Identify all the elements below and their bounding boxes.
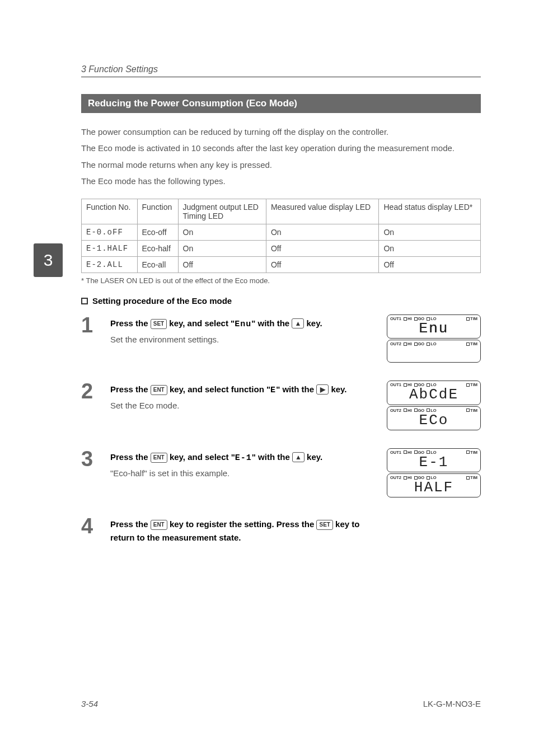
lcd-segment: ECo bbox=[387, 413, 480, 430]
cell: On bbox=[379, 241, 481, 257]
t: Press the bbox=[110, 318, 151, 328]
l: HI bbox=[407, 316, 412, 321]
l: TIM bbox=[470, 382, 477, 387]
l: GO bbox=[418, 341, 425, 346]
step-4: 4 Press the ENT key to register the sett… bbox=[81, 515, 481, 544]
lcd-out1: OUT1 HI GO LO TIM Enu bbox=[387, 314, 481, 339]
up-arrow-key: ▲ bbox=[292, 318, 304, 328]
t: key, and select " bbox=[167, 318, 235, 328]
th-measured: Measured value display LED bbox=[266, 199, 379, 224]
code: E bbox=[270, 386, 276, 395]
t: key to register the setting. Press the bbox=[167, 519, 317, 529]
intro-p3: The normal mode returns when any key is … bbox=[81, 158, 481, 171]
t: " with the bbox=[251, 318, 292, 328]
lcd-display: OUT1 HI GO LO TIM AbCdE OUT2 HI GO LO TI… bbox=[387, 381, 481, 431]
l: HI bbox=[407, 450, 412, 455]
lcd-out-label: OUT1 bbox=[390, 450, 401, 455]
lcd-out1: OUT1 HI GO LO TIM AbCdE bbox=[387, 381, 481, 405]
lcd-labels: OUT2 HI GO LO TIM bbox=[387, 340, 480, 346]
intro-p2: The Eco mode is activated in 10 seconds … bbox=[81, 142, 481, 154]
set-key: SET bbox=[316, 520, 332, 530]
l: TIM bbox=[470, 450, 477, 455]
page-number: 3-54 bbox=[81, 699, 98, 708]
l: TIM bbox=[470, 475, 477, 480]
page-content: 3 Function Settings Reducing the Power C… bbox=[0, 0, 534, 544]
th-head-status: Head status display LED* bbox=[379, 199, 481, 224]
code: Enu bbox=[235, 320, 251, 329]
intro-p4: The Eco mode has the following types. bbox=[81, 175, 481, 187]
l: HI bbox=[407, 341, 412, 346]
step-number: 4 bbox=[81, 515, 100, 537]
lcd-display: OUT1 HI GO LO TIM E-1 OUT2 HI GO LO TIM bbox=[387, 448, 481, 499]
doc-id: LK-G-M-NO3-E bbox=[423, 699, 481, 708]
lcd-out-label: OUT1 bbox=[390, 316, 401, 321]
cell: E-0.oFF bbox=[82, 224, 138, 241]
l: TIM bbox=[470, 316, 477, 321]
l: LO bbox=[430, 341, 436, 346]
code: E-1 bbox=[235, 453, 252, 463]
t: Press the bbox=[110, 384, 151, 394]
t: key. bbox=[329, 384, 346, 394]
ent-key: ENT bbox=[151, 453, 167, 463]
lcd-out-label: OUT2 bbox=[390, 341, 401, 346]
step-body: Press the ENT key to register the settin… bbox=[110, 515, 377, 544]
step-body: Press the ENT key, and select "E-1" with… bbox=[110, 448, 377, 480]
step-3: 3 Press the ENT key, and select "E-1" wi… bbox=[81, 448, 481, 499]
step-number: 2 bbox=[81, 381, 100, 402]
cell: Off bbox=[266, 241, 379, 257]
square-bullet-icon bbox=[81, 298, 88, 304]
cell: Off bbox=[379, 257, 481, 273]
lcd-segment: AbCdE bbox=[387, 387, 480, 404]
step-1: 1 Press the SET key, and select "Enu" wi… bbox=[81, 314, 481, 364]
up-arrow-key: ▲ bbox=[292, 452, 305, 462]
l: TIM bbox=[470, 341, 477, 346]
cell: On bbox=[178, 224, 266, 241]
ent-key: ENT bbox=[151, 520, 167, 530]
cell: Eco-all bbox=[137, 257, 178, 273]
table-footnote: * The LASER ON LED is out of the effect … bbox=[81, 276, 481, 285]
th-function: Function bbox=[137, 199, 178, 224]
cell: E-2.ALL bbox=[82, 257, 138, 273]
lcd-segment bbox=[387, 346, 480, 362]
page-footer: 3-54 LK-G-M-NO3-E bbox=[81, 699, 481, 708]
step-desc: Set the Eco mode. bbox=[110, 400, 377, 412]
t: Press the bbox=[110, 519, 151, 529]
lcd-display: OUT1 HI GO LO TIM Enu OUT2 HI GO LO TIM bbox=[387, 314, 481, 364]
ent-key: ENT bbox=[151, 385, 167, 395]
t: key, and select function " bbox=[167, 384, 270, 394]
cell: Off bbox=[178, 257, 266, 273]
intro-p1: The power consumption can be reduced by … bbox=[81, 125, 481, 138]
t: key. bbox=[304, 318, 322, 328]
set-key: SET bbox=[151, 319, 167, 329]
lcd-out2: OUT2 HI GO LO TIM ECo bbox=[387, 406, 481, 430]
cell: Eco-half bbox=[137, 241, 178, 257]
step-title: Press the ENT key, and select function "… bbox=[110, 383, 377, 397]
step-desc: "Eco-half" is set in this example. bbox=[110, 467, 377, 480]
section-title: Reducing the Power Consumption (Eco Mode… bbox=[81, 94, 481, 113]
l: HI bbox=[407, 408, 412, 413]
chapter-heading: 3 Function Settings bbox=[81, 64, 481, 77]
step-2: 2 Press the ENT key, and select function… bbox=[81, 381, 481, 431]
lcd-out-label: OUT2 bbox=[390, 475, 401, 480]
lcd-out-label: OUT2 bbox=[390, 408, 401, 413]
th-func-no: Function No. bbox=[82, 199, 138, 224]
step-number: 3 bbox=[81, 448, 100, 469]
lcd-out-label: OUT1 bbox=[390, 382, 401, 387]
step-body: Press the ENT key, and select function "… bbox=[110, 381, 377, 412]
t: " with the bbox=[252, 452, 292, 462]
cell: On bbox=[178, 241, 266, 257]
right-arrow-key: ▶ bbox=[316, 384, 329, 395]
eco-mode-table: Function No. Function Judgment output LE… bbox=[81, 199, 481, 273]
lcd-segment: Enu bbox=[387, 321, 480, 338]
lcd-out1: OUT1 HI GO LO TIM E-1 bbox=[387, 448, 481, 472]
cell: Eco-off bbox=[137, 224, 178, 241]
lcd-segment: E-1 bbox=[387, 455, 480, 472]
t: key. bbox=[305, 452, 322, 462]
step-title: Press the SET key, and select "Enu" with… bbox=[110, 317, 377, 331]
t: " with the bbox=[276, 384, 316, 394]
chapter-tab: 3 bbox=[34, 243, 63, 277]
step-body: Press the SET key, and select "Enu" with… bbox=[110, 314, 377, 346]
cell: On bbox=[266, 224, 379, 241]
lcd-out2: OUT2 HI GO LO TIM HALF bbox=[387, 473, 481, 497]
lcd-segment: HALF bbox=[387, 480, 480, 497]
